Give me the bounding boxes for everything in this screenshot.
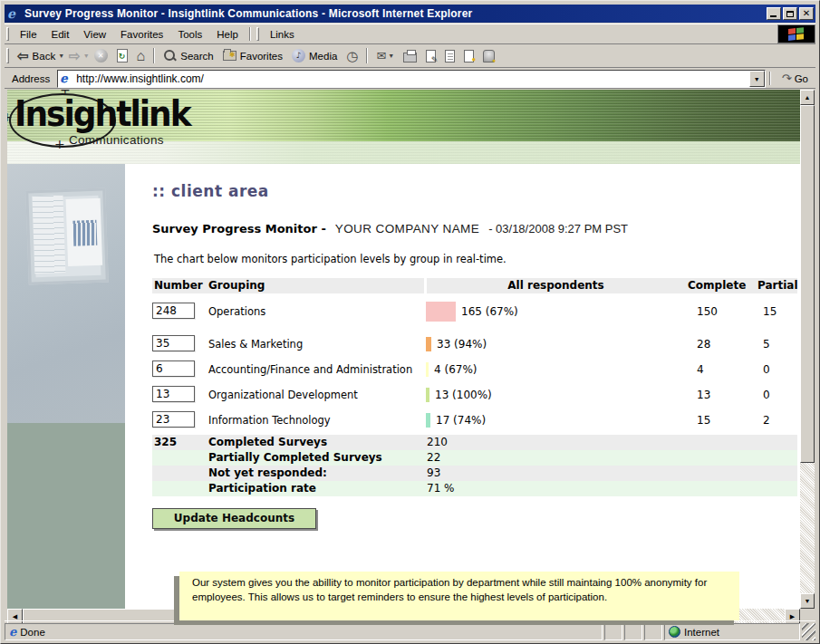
headcount-input[interactable] — [152, 303, 195, 319]
address-bar: Address e ▼ ↷ Go — [5, 69, 815, 89]
respondents-count: 4 (67%) — [434, 363, 477, 376]
refresh-button[interactable]: ↻ — [112, 45, 132, 67]
history-button[interactable]: ◷ — [342, 45, 362, 67]
group-label: Information Technology — [208, 414, 331, 427]
status-pane-small — [604, 623, 622, 640]
menu-help[interactable]: Help — [209, 26, 246, 43]
partial-value: 0 — [763, 389, 770, 401]
status-text: Done — [20, 627, 45, 638]
edit-icon — [426, 50, 436, 62]
media-button[interactable]: ♪ Media — [287, 45, 342, 67]
search-icon — [163, 49, 177, 62]
insightlink-logo[interactable]: + + + Insightlink Communications — [14, 93, 190, 130]
favorites-button[interactable]: Favorites — [218, 45, 287, 67]
mail-icon: ✉ — [376, 50, 386, 62]
status-pane: e Done — [5, 623, 603, 640]
search-button[interactable]: Search — [159, 45, 217, 67]
links-bar[interactable]: Links — [263, 26, 302, 43]
respondents-bar — [426, 302, 456, 322]
title-bar[interactable]: e Survey Progress Monitor - Insightlink … — [5, 5, 815, 23]
menu-edit[interactable]: Edit — [44, 26, 77, 43]
minimize-button[interactable] — [767, 7, 781, 20]
vertical-scroll-thumb[interactable] — [800, 105, 815, 463]
headcount-input[interactable] — [152, 411, 195, 428]
company-name: YOUR COMPANY NAME — [335, 222, 479, 235]
page-viewport: + + + Insightlink Communications — [7, 90, 815, 624]
discuss-button[interactable] — [440, 45, 459, 67]
total-headcount: 325 — [154, 436, 177, 448]
headcount-input[interactable] — [152, 335, 195, 351]
partial-value: 2 — [763, 414, 770, 427]
toolbar-grip[interactable] — [6, 27, 9, 41]
address-field-wrap: e ▼ — [57, 70, 766, 88]
survey-monitor-label: Survey Progress Monitor - — [152, 222, 326, 235]
home-button[interactable]: ⌂ — [132, 45, 150, 67]
menu-favorites[interactable]: Favorites — [113, 26, 170, 43]
close-button[interactable]: ✕ — [799, 7, 814, 20]
chart-glyph — [72, 220, 97, 246]
standard-toolbar-grip[interactable] — [6, 48, 9, 64]
address-separator — [769, 72, 771, 85]
go-button[interactable]: ↷ Go — [775, 72, 815, 85]
address-input[interactable] — [76, 72, 749, 85]
table-row: Organizational Development 13 (100%) 13 … — [152, 384, 797, 406]
summary-value: 71 % — [427, 482, 455, 495]
logo-tick-left: + — [7, 110, 13, 124]
headcount-input[interactable] — [152, 386, 195, 402]
address-dropdown[interactable]: ▼ — [749, 71, 765, 87]
edit-button[interactable] — [421, 45, 440, 67]
mail-button[interactable]: ✉ ▼ — [371, 45, 399, 67]
col-partial: Partial — [757, 279, 798, 292]
col-grouping: Grouping — [208, 279, 265, 292]
summary-row: 325 Completed Surveys 210 — [152, 435, 797, 450]
home-icon: ⌂ — [137, 49, 146, 63]
respondents-count: 33 (94%) — [437, 338, 487, 351]
print-button[interactable] — [399, 45, 421, 67]
history-icon: ◷ — [346, 49, 358, 62]
page-status-icon: e — [9, 626, 16, 638]
headcount-input[interactable] — [152, 360, 195, 377]
page-title: :: client area — [152, 182, 269, 200]
back-button[interactable]: ⇦ Back — [13, 45, 60, 67]
forward-dropdown[interactable]: ▼ — [83, 53, 90, 59]
menu-file[interactable]: File — [13, 26, 44, 43]
complete-value: 28 — [697, 338, 710, 351]
page-icon: e — [60, 72, 72, 85]
internet-zone-icon — [669, 626, 680, 638]
status-pane-small — [624, 623, 642, 640]
col-respondents: All respondents — [427, 279, 685, 292]
menu-view[interactable]: View — [76, 26, 113, 43]
menu-tools[interactable]: Tools — [170, 26, 209, 43]
page-content: + + + Insightlink Communications — [7, 90, 800, 609]
group-label: Sales & Marketing — [208, 338, 303, 351]
update-headcounts-button[interactable]: Update Headcounts — [152, 508, 316, 529]
respondents-bar — [426, 337, 431, 351]
forward-button[interactable]: ⇨ — [64, 45, 85, 67]
research-button[interactable] — [459, 45, 478, 67]
summary-value: 93 — [427, 466, 440, 479]
refresh-icon: ↻ — [117, 49, 128, 62]
table-row: Information Technology 17 (74%) 15 2 — [152, 409, 797, 431]
messenger-button[interactable] — [478, 45, 499, 67]
maximize-button[interactable] — [783, 7, 797, 20]
vertical-scrollbar[interactable]: ▲ ▼ — [800, 90, 815, 609]
browser-window: e Survey Progress Monitor - Insightlink … — [0, 0, 820, 644]
toolbar-separator-2 — [366, 48, 368, 64]
status-bar: e Done Internet — [5, 620, 815, 640]
summary-label: Partially Completed Surveys — [208, 451, 382, 464]
survey-subtitle: Survey Progress Monitor -YOUR COMPANY NA… — [152, 222, 628, 235]
respondents-bar — [426, 388, 429, 402]
intro-text: The chart below monitors participation l… — [154, 253, 506, 265]
security-zone-pane: Internet — [664, 623, 800, 640]
monitor-image — [25, 187, 109, 284]
logo-tick-bottom: + — [54, 137, 65, 151]
resize-grip[interactable] — [802, 623, 815, 640]
scroll-down-button[interactable]: ▼ — [800, 593, 815, 609]
scroll-up-button[interactable]: ▲ — [800, 90, 815, 105]
back-dropdown[interactable]: ▼ — [58, 53, 64, 59]
links-grip[interactable] — [256, 27, 259, 41]
discuss-icon — [445, 50, 455, 62]
status-pane-small — [644, 623, 662, 640]
stop-button[interactable]: ✕ — [90, 45, 112, 67]
summary-value: 22 — [427, 451, 440, 464]
